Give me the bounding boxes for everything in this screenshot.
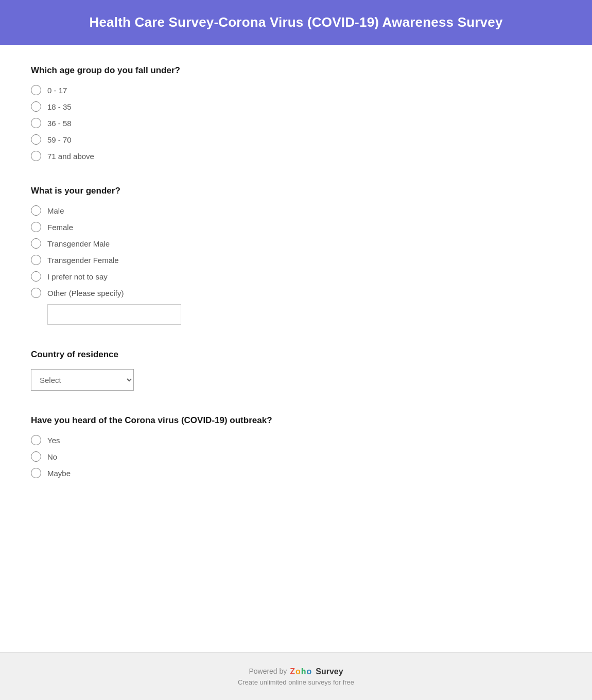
- gender-label-other: Other (Please specify): [47, 289, 124, 297]
- age-option-71-above[interactable]: 71 and above: [31, 151, 561, 161]
- covid-radio-yes[interactable]: [31, 435, 41, 445]
- gender-option-female[interactable]: Female: [31, 222, 561, 232]
- survey-header: Health Care Survey-Corona Virus (COVID-1…: [0, 0, 592, 45]
- gender-label-female: Female: [47, 223, 73, 232]
- country-select-wrapper: Select United States United Kingdom Indi…: [31, 369, 561, 391]
- gender-radio-male[interactable]: [31, 205, 41, 216]
- age-label-71-above: 71 and above: [47, 152, 94, 161]
- age-label-18-35: 18 - 35: [47, 102, 72, 111]
- covid-option-yes[interactable]: Yes: [31, 435, 561, 445]
- age-label-0-17: 0 - 17: [47, 86, 67, 95]
- gender-label-trans-female: Transgender Female: [47, 256, 119, 265]
- covid-label-no: No: [47, 452, 57, 461]
- gender-option-prefer-not[interactable]: I prefer not to say: [31, 271, 561, 282]
- covid-option-no[interactable]: No: [31, 451, 561, 462]
- covid-label-maybe: Maybe: [47, 469, 71, 478]
- age-option-0-17[interactable]: 0 - 17: [31, 85, 561, 95]
- age-radio-18-35[interactable]: [31, 101, 41, 112]
- country-question: Country of residence Select United State…: [31, 349, 561, 391]
- survey-title: Health Care Survey-Corona Virus (COVID-1…: [21, 14, 571, 30]
- page-footer: Powered by Zoho Survey Create unlimited …: [0, 652, 592, 700]
- age-option-36-58[interactable]: 36 - 58: [31, 118, 561, 128]
- survey-word: Survey: [316, 667, 343, 676]
- covid-radio-maybe[interactable]: [31, 468, 41, 478]
- gender-radio-prefer-not[interactable]: [31, 271, 41, 282]
- gender-radio-female[interactable]: [31, 222, 41, 232]
- age-group-label: Which age group do you fall under?: [31, 65, 561, 76]
- powered-by-text: Powered by Zoho Survey: [21, 667, 571, 676]
- zoho-logo: Zoho: [290, 667, 311, 676]
- gender-radio-other[interactable]: [31, 288, 41, 298]
- zoho-h-letter: h: [301, 667, 306, 676]
- zoho-o1-letter: o: [295, 667, 301, 676]
- gender-option-trans-female[interactable]: Transgender Female: [31, 255, 561, 265]
- gender-question: What is your gender? Male Female Transge…: [31, 186, 561, 325]
- age-radio-0-17[interactable]: [31, 85, 41, 95]
- gender-option-trans-male[interactable]: Transgender Male: [31, 238, 561, 249]
- gender-label-trans-male: Transgender Male: [47, 239, 110, 248]
- zoho-z-letter: Z: [290, 667, 295, 676]
- age-group-question: Which age group do you fall under? 0 - 1…: [31, 65, 561, 161]
- gender-option-other[interactable]: Other (Please specify): [31, 288, 561, 298]
- main-content: Which age group do you fall under? 0 - 1…: [0, 45, 592, 652]
- age-radio-59-70[interactable]: [31, 134, 41, 145]
- country-label: Country of residence: [31, 349, 561, 360]
- footer-tagline: Create unlimited online surveys for free: [21, 678, 571, 686]
- covid-label-yes: Yes: [47, 436, 60, 445]
- age-option-59-70[interactable]: 59 - 70: [31, 134, 561, 145]
- gender-radio-trans-female[interactable]: [31, 255, 41, 265]
- age-radio-36-58[interactable]: [31, 118, 41, 128]
- covid-heard-question: Have you heard of the Corona virus (COVI…: [31, 415, 561, 478]
- covid-heard-label: Have you heard of the Corona virus (COVI…: [31, 415, 561, 426]
- gender-label-prefer-not: I prefer not to say: [47, 272, 108, 281]
- covid-radio-no[interactable]: [31, 451, 41, 462]
- zoho-o2-letter: o: [307, 667, 312, 676]
- age-radio-71-above[interactable]: [31, 151, 41, 161]
- gender-other-text-input[interactable]: [47, 304, 181, 325]
- gender-radio-trans-male[interactable]: [31, 238, 41, 249]
- gender-label-male: Male: [47, 206, 64, 215]
- age-label-59-70: 59 - 70: [47, 135, 72, 144]
- gender-label: What is your gender?: [31, 186, 561, 196]
- age-label-36-58: 36 - 58: [47, 119, 72, 128]
- age-option-18-35[interactable]: 18 - 35: [31, 101, 561, 112]
- gender-option-male[interactable]: Male: [31, 205, 561, 216]
- covid-option-maybe[interactable]: Maybe: [31, 468, 561, 478]
- country-select[interactable]: Select United States United Kingdom Indi…: [31, 369, 134, 391]
